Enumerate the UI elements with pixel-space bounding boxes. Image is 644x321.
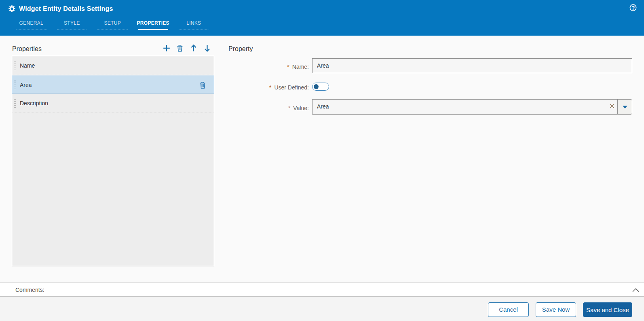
svg-text:?: ?: [631, 5, 635, 11]
